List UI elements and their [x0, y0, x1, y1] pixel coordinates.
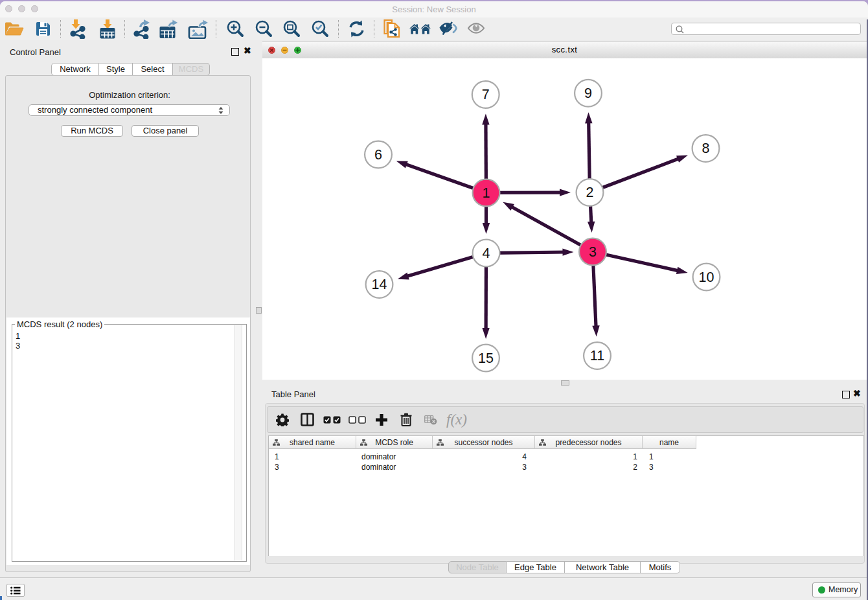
svg-text:3: 3 — [589, 244, 597, 260]
svg-text:7: 7 — [482, 87, 490, 102]
svg-text:14: 14 — [372, 277, 387, 292]
svg-text:9: 9 — [584, 86, 592, 101]
svg-text:6: 6 — [374, 147, 382, 163]
svg-text:10: 10 — [699, 270, 714, 285]
svg-text:8: 8 — [702, 141, 710, 156]
svg-text:11: 11 — [590, 348, 604, 363]
svg-text:15: 15 — [478, 351, 494, 366]
svg-text:2: 2 — [586, 185, 594, 200]
svg-text:1: 1 — [483, 185, 490, 201]
svg-text:4: 4 — [483, 246, 490, 261]
